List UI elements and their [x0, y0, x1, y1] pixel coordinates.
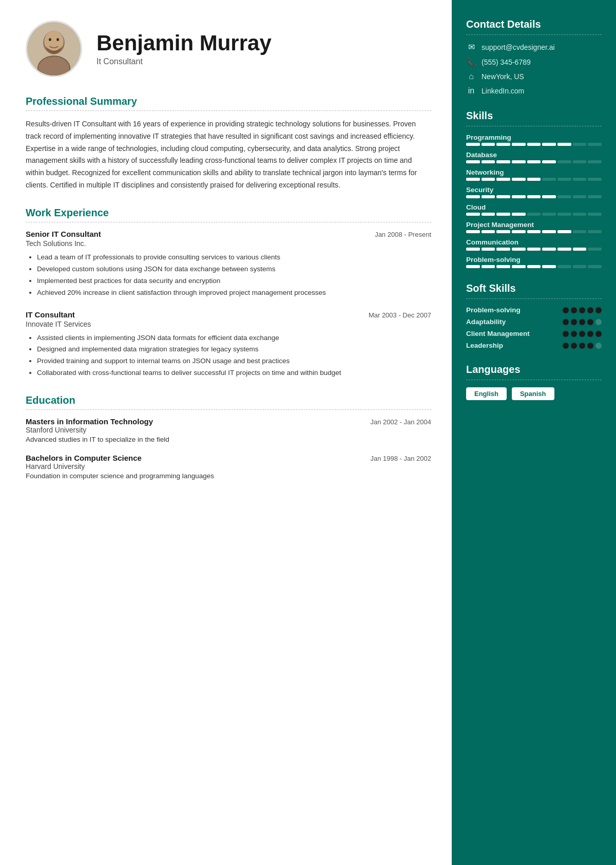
skill-bar-segment	[496, 195, 510, 198]
skill-bar-segment	[512, 213, 526, 216]
skill-bar-segment	[512, 160, 526, 163]
soft-skill-dot	[587, 331, 593, 337]
languages-section: Languages EnglishSpanish	[466, 364, 602, 400]
svg-point-5	[56, 38, 59, 41]
soft-skill-dots	[563, 331, 602, 337]
skills-list: ProgrammingDatabaseNetworkingSecurityClo…	[466, 134, 602, 268]
skill-bar-segment	[557, 195, 571, 198]
skill-bar-segment	[588, 178, 602, 181]
job-header: Senior IT ConsultantJan 2008 - Present	[26, 230, 431, 238]
education-item: Masters in Information TechnologyJan 200…	[26, 417, 431, 443]
skill-bar-segment	[527, 143, 541, 146]
language-tag: Spanish	[512, 387, 554, 400]
skill-bar-segment	[573, 265, 587, 268]
education-list: Masters in Information TechnologyJan 200…	[26, 417, 431, 480]
skill-bar-segment	[496, 248, 510, 251]
skill-name: Programming	[466, 134, 602, 141]
skill-bar-segment	[466, 178, 480, 181]
skill-bar-track	[466, 143, 602, 146]
list-item: Provided training and support to interna…	[37, 355, 431, 367]
education-item: Bachelors in Computer ScienceJan 1998 - …	[26, 454, 431, 480]
candidate-name: Benjamin Murray	[97, 31, 272, 55]
skill-bar-segment	[542, 195, 556, 198]
skill-bar-segment	[466, 248, 480, 251]
skill-name: Problem-solving	[466, 256, 602, 264]
skill-bar-segment	[542, 178, 556, 181]
skill-item: Programming	[466, 134, 602, 146]
skill-bar-segment	[527, 178, 541, 181]
languages-title: Languages	[466, 364, 602, 375]
education-divider	[26, 409, 431, 410]
skill-name: Database	[466, 151, 602, 159]
contact-linkedin: in LinkedIn.com	[466, 86, 602, 96]
email-icon: ✉	[466, 42, 476, 52]
work-experience-section: Work Experience Senior IT ConsultantJan …	[26, 207, 431, 380]
skill-bar-segment	[496, 160, 510, 163]
header-info: Benjamin Murray It Consultant	[97, 31, 272, 66]
job-header: IT ConsultantMar 2003 - Dec 2007	[26, 310, 431, 319]
skill-bar-segment	[482, 178, 495, 181]
soft-skill-dot	[563, 343, 569, 349]
skill-bar-segment	[482, 195, 495, 198]
soft-skill-dots	[563, 319, 602, 325]
location-icon: ⌂	[466, 72, 476, 81]
phone-icon: 📞	[466, 57, 476, 67]
skill-bar-segment	[527, 265, 541, 268]
contact-email: ✉ support@cvdesigner.ai	[466, 42, 602, 52]
skill-bar-segment	[512, 178, 526, 181]
skill-name: Communication	[466, 238, 602, 246]
skill-bar-segment	[557, 143, 571, 146]
soft-skill-item: Client Management	[466, 330, 602, 337]
edu-header: Bachelors in Computer ScienceJan 1998 - …	[26, 454, 431, 462]
soft-skill-name: Problem-solving	[466, 306, 521, 314]
skill-bar-track	[466, 230, 602, 233]
skill-bar-segment	[557, 248, 571, 251]
skill-bar-track	[466, 178, 602, 181]
soft-skill-dots	[563, 343, 602, 349]
linkedin-icon: in	[466, 86, 476, 96]
skill-bar-segment	[573, 230, 587, 233]
soft-skill-name: Adaptability	[466, 318, 506, 326]
skill-bar-segment	[588, 213, 602, 216]
education-title: Education	[26, 394, 431, 406]
skills-section: Skills ProgrammingDatabaseNetworkingSecu…	[466, 110, 602, 268]
skill-item: Security	[466, 186, 602, 198]
edu-dates: Jan 1998 - Jan 2002	[370, 455, 431, 462]
skill-bar-segment	[512, 248, 526, 251]
soft-skill-dot	[579, 331, 585, 337]
soft-skills-divider	[466, 298, 602, 299]
soft-skills-section: Soft Skills Problem-solvingAdaptabilityC…	[466, 283, 602, 349]
list-item: Achieved 20% increase in client satisfac…	[37, 287, 431, 299]
skill-bar-segment	[588, 248, 602, 251]
soft-skills-list: Problem-solvingAdaptabilityClient Manage…	[466, 306, 602, 349]
skill-bar-segment	[482, 213, 495, 216]
skill-bar-segment	[466, 213, 480, 216]
edu-dates: Jan 2002 - Jan 2004	[370, 418, 431, 426]
language-tags: EnglishSpanish	[466, 387, 602, 400]
skill-bar-segment	[512, 195, 526, 198]
soft-skill-dot	[587, 343, 593, 349]
soft-skill-item: Problem-solving	[466, 306, 602, 314]
skill-bar-segment	[588, 195, 602, 198]
skills-title: Skills	[466, 110, 602, 122]
skill-bar-track	[466, 195, 602, 198]
skill-bar-segment	[466, 265, 480, 268]
job-company: Innovate IT Services	[26, 320, 431, 328]
contact-location: ⌂ NewYork, US	[466, 72, 602, 81]
job-bullets: Assisted clients in implementing JSON da…	[26, 332, 431, 380]
soft-skill-item: Adaptability	[466, 318, 602, 326]
list-item: Assisted clients in implementing JSON da…	[37, 332, 431, 344]
work-experience-divider	[26, 222, 431, 222]
skill-bar-segment	[573, 178, 587, 181]
soft-skill-dot	[595, 307, 602, 313]
soft-skill-dot	[595, 319, 602, 325]
skill-bar-segment	[557, 178, 571, 181]
soft-skill-dot	[563, 331, 569, 337]
soft-skill-dot	[595, 343, 602, 349]
resume-header: Benjamin Murray It Consultant	[26, 21, 431, 77]
list-item: Designed and implemented data migration …	[37, 344, 431, 355]
languages-divider	[466, 380, 602, 380]
edu-school: Stanford University	[26, 426, 431, 434]
skill-bar-track	[466, 213, 602, 216]
job-title: IT Consultant	[26, 310, 75, 319]
